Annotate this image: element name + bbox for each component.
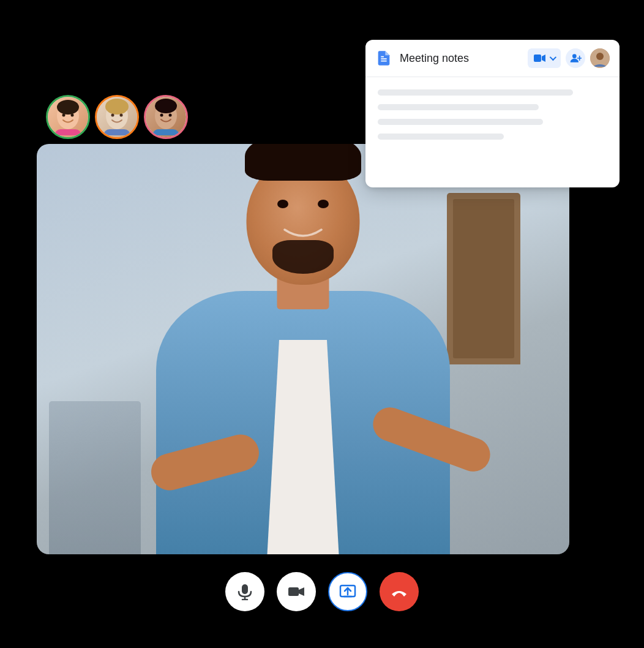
svg-point-8 [120, 114, 123, 117]
card-body [365, 77, 620, 187]
meeting-notes-card: Meeting notes [365, 40, 620, 187]
svg-point-12 [160, 114, 163, 117]
dropdown-chevron [550, 54, 556, 61]
end-call-button[interactable] [380, 572, 419, 611]
svg-rect-27 [288, 587, 299, 596]
room-stairs [49, 401, 141, 554]
svg-point-6 [105, 99, 129, 115]
user-avatar-button[interactable] [590, 48, 610, 68]
svg-rect-9 [103, 129, 130, 135]
end-call-icon [391, 583, 408, 600]
meet-button-group [528, 48, 561, 68]
microphone-button[interactable] [225, 572, 264, 611]
share-screen-icon [339, 583, 356, 600]
svg-point-19 [572, 54, 577, 58]
meet-video-button[interactable] [528, 48, 561, 68]
avatar-participant-3[interactable] [144, 95, 188, 139]
svg-rect-4 [54, 129, 81, 135]
docs-icon [375, 50, 392, 67]
main-scene: Meeting notes [0, 0, 644, 648]
svg-point-2 [62, 114, 66, 117]
avatar-participant-2[interactable] [95, 95, 139, 139]
camera-button[interactable] [277, 572, 316, 611]
microphone-icon [236, 583, 253, 600]
add-person-button[interactable] [566, 48, 585, 68]
svg-point-23 [596, 53, 604, 60]
svg-point-1 [57, 100, 79, 115]
svg-rect-24 [242, 584, 248, 594]
add-person-icon [569, 52, 582, 64]
svg-point-7 [111, 114, 114, 117]
participant-avatars [46, 95, 188, 139]
control-bar [225, 572, 419, 611]
avatar-participant-1[interactable] [46, 95, 90, 139]
content-line-3 [378, 119, 543, 125]
svg-rect-14 [152, 129, 179, 135]
main-speaker-video [132, 175, 474, 554]
camera-icon [288, 583, 305, 600]
svg-rect-18 [534, 55, 541, 62]
content-line-1 [378, 89, 573, 96]
svg-point-3 [71, 114, 74, 117]
card-header: Meeting notes [365, 40, 620, 77]
user-avatar-icon [590, 48, 610, 68]
card-title: Meeting notes [400, 52, 520, 65]
video-camera-icon [534, 54, 546, 62]
content-line-2 [378, 104, 539, 110]
svg-point-11 [155, 99, 177, 113]
card-actions [528, 48, 610, 68]
svg-point-13 [169, 114, 172, 117]
content-line-4 [378, 134, 504, 140]
main-video [37, 144, 569, 554]
share-screen-button[interactable] [328, 572, 367, 611]
